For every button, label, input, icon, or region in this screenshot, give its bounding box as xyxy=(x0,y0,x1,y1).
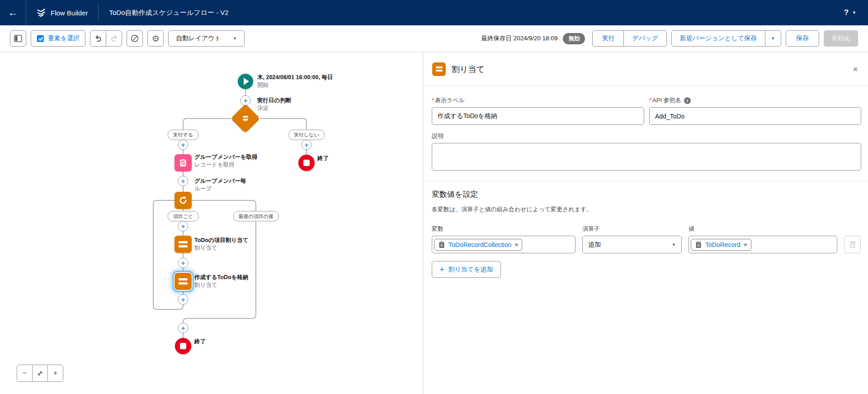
plus-icon: + xyxy=(243,96,248,105)
status-badge: 無効 xyxy=(563,33,585,44)
add-element-connector[interactable]: + xyxy=(302,140,312,150)
undo-button[interactable] xyxy=(90,30,106,47)
flow-builder-logo-icon xyxy=(36,8,46,18)
undo-icon xyxy=(94,35,102,43)
description-label: 説明 xyxy=(432,132,861,140)
expand-icon xyxy=(37,370,43,377)
set-variable-values-description: 各変数は、演算子と値の組み合わせによって変更されます。 xyxy=(432,205,861,214)
assignment-node-1-label: ToDoの項目割り当て 割り当て xyxy=(194,237,248,252)
close-icon[interactable]: × xyxy=(853,65,858,74)
add-assignment-button[interactable]: + 割り当てを追加 xyxy=(432,261,501,278)
toggle-toolbox-button[interactable] xyxy=(10,30,26,47)
save-button[interactable]: 保存 xyxy=(786,30,819,47)
app-navbar: ← Flow Builder ToDo自動作成スケジュールフロー - V2 ? … xyxy=(0,0,868,25)
loop-node-label: グループメンバー毎 ループ xyxy=(194,177,246,193)
property-editor-panel: 割り当て × *表示ラベル *API 参照名 i xyxy=(423,52,868,394)
add-element-connector[interactable]: + xyxy=(178,323,189,333)
minus-icon: − xyxy=(23,369,27,378)
save-menu-button[interactable]: ▼ xyxy=(765,30,781,47)
api-name-input[interactable] xyxy=(649,107,861,125)
display-label-input[interactable] xyxy=(432,107,644,125)
value-combobox[interactable]: ToDoRecord × xyxy=(689,236,837,253)
add-element-connector[interactable]: + xyxy=(178,258,189,268)
flow-settings-button[interactable]: ⚙ xyxy=(147,30,164,47)
app-name: Flow Builder xyxy=(51,9,88,17)
operator-select[interactable]: 追加 ▼ xyxy=(582,236,682,253)
set-variable-values-heading: 変数値を設定 xyxy=(432,189,861,199)
plus-icon: + xyxy=(181,141,185,149)
info-icon[interactable]: i xyxy=(684,97,691,104)
redo-button[interactable] xyxy=(106,30,122,47)
redo-icon xyxy=(110,35,118,43)
assignment-icon xyxy=(179,241,188,247)
end-icon xyxy=(303,160,310,166)
zoom-in-button[interactable]: + xyxy=(47,365,63,382)
add-element-connector[interactable]: + xyxy=(178,294,189,305)
variable-column-label: 変数 xyxy=(432,225,576,233)
end-node-bottom[interactable] xyxy=(175,338,191,354)
trash-icon xyxy=(849,241,856,248)
add-element-connector[interactable]: + xyxy=(241,95,251,106)
assignment-element-icon xyxy=(432,62,446,76)
plus-icon: + xyxy=(439,266,444,274)
variable-combobox[interactable]: ToDoRecordCollection × xyxy=(432,236,576,253)
add-element-connector[interactable]: + xyxy=(178,221,189,232)
plus-icon: + xyxy=(53,369,58,378)
run-button[interactable]: 実行 xyxy=(592,30,624,47)
app-branding: Flow Builder xyxy=(26,0,98,25)
loop-icon xyxy=(178,195,188,205)
help-menu[interactable]: ? xyxy=(844,8,849,17)
decision-node[interactable] xyxy=(231,104,260,133)
decision-node-label: 実行日の判断 決定 xyxy=(257,97,291,112)
flow-canvas[interactable]: 木, 2024/08/01 16:00:00, 毎日 開始 + 実行日の判断 決… xyxy=(0,52,423,394)
back-arrow-icon: ← xyxy=(8,7,18,19)
debug-button[interactable]: デバッグ xyxy=(623,30,666,47)
fit-to-view-button[interactable] xyxy=(32,365,48,382)
back-button[interactable]: ← xyxy=(0,0,26,25)
last-saved-text: 最終保存日 2024/9/20 18:09 xyxy=(481,34,558,43)
gear-icon: ⚙ xyxy=(152,33,160,44)
select-elements-button[interactable]: 要素を選択 xyxy=(31,30,85,47)
add-assignment-label: 割り当てを追加 xyxy=(448,266,493,274)
section-divider xyxy=(423,181,868,181)
get-records-node[interactable] xyxy=(175,154,192,171)
end-node-right[interactable] xyxy=(298,155,315,171)
remove-pill-icon[interactable]: × xyxy=(514,242,518,248)
value-pill[interactable]: ToDoRecord × xyxy=(691,239,751,251)
branch-label-execute: 実行する xyxy=(168,130,199,140)
decision-sign-icon xyxy=(241,114,250,123)
start-node-label: 木, 2024/08/01 16:00:00, 毎日 開始 xyxy=(257,74,333,89)
record-lookup-icon xyxy=(178,158,188,168)
add-element-connector[interactable]: + xyxy=(178,176,189,186)
variable-pill[interactable]: ToDoRecordCollection × xyxy=(434,239,522,251)
flow-title: ToDo自動作成スケジュールフロー - V2 xyxy=(99,0,240,25)
save-as-new-version-button[interactable]: 新規バージョンとして保存 xyxy=(671,30,765,47)
assignment-node-2-label: 作成するToDoを格納 割り当て xyxy=(194,274,248,289)
select-caret-icon: ▼ xyxy=(672,242,676,247)
assignment-icon xyxy=(179,278,188,285)
delete-assignment-button[interactable] xyxy=(844,236,861,253)
cancel-element-button[interactable] xyxy=(127,30,143,47)
remove-pill-icon[interactable]: × xyxy=(744,242,747,248)
add-element-connector[interactable]: + xyxy=(178,140,189,150)
plus-icon: + xyxy=(181,222,185,231)
layout-caret-icon: ▼ xyxy=(233,36,237,41)
layout-mode-dropdown[interactable]: 自動レイアウト ▼ xyxy=(168,30,245,47)
panel-toggle-icon xyxy=(14,35,22,42)
description-textarea[interactable] xyxy=(432,143,861,171)
flow-toolbar: 要素を選択 ⚙ xyxy=(0,25,868,52)
assignment-node-2-selected[interactable] xyxy=(175,273,192,290)
start-node[interactable] xyxy=(238,74,253,89)
ban-icon xyxy=(131,34,139,43)
activate-button[interactable]: 有効化 xyxy=(824,30,858,47)
zoom-out-button[interactable]: − xyxy=(17,365,33,382)
end-node-right-label: 終了 xyxy=(317,155,329,162)
operator-column-label: 演算子 xyxy=(582,225,682,233)
operator-value: 追加 xyxy=(588,241,601,249)
assignment-node-1[interactable] xyxy=(175,236,192,253)
loop-node[interactable] xyxy=(175,192,192,209)
save-menu-caret-icon: ▼ xyxy=(771,36,775,41)
plus-icon: + xyxy=(181,324,185,332)
help-caret-icon[interactable]: ▼ xyxy=(852,10,856,15)
api-name-label: *API 参照名 i xyxy=(649,96,861,104)
